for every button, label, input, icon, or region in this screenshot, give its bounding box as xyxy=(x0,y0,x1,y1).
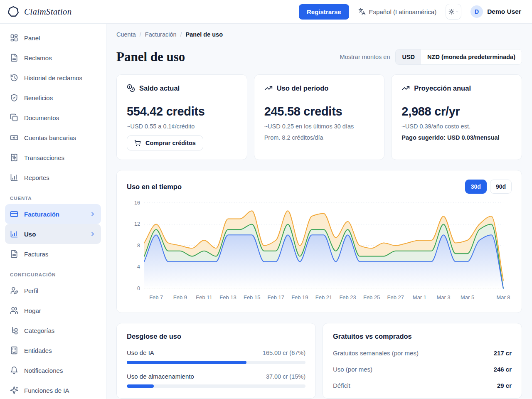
copy-icon xyxy=(10,113,18,122)
x-axis-tick-label: Feb 27 xyxy=(387,294,404,300)
sparkles-icon xyxy=(10,386,18,394)
sidebar-item-uso[interactable]: Uso xyxy=(5,224,101,244)
x-axis-tick-label: Feb 21 xyxy=(315,294,332,300)
chart-title: Uso en el tiempo xyxy=(127,183,182,191)
trending-up-icon xyxy=(264,84,273,92)
sidebar-sections: CuentaFacturaciónUsoFacturasConfiguració… xyxy=(5,196,101,399)
currency-option-usd[interactable]: USD xyxy=(396,49,421,64)
file-text-icon xyxy=(10,54,18,62)
sidebar-item-label: Notificaciones xyxy=(24,367,63,374)
stat-card-value: 245.58 credits xyxy=(264,105,374,118)
sidebar-item-label: Cuentas bancarias xyxy=(24,134,76,141)
currency-option-nzd[interactable]: NZD (moneda predeterminada) xyxy=(421,49,522,64)
usage-chart-card: Uso en el tiempo 30d90d 0481216Feb 7Feb … xyxy=(116,170,522,313)
sidebar-item-facturacion[interactable]: Facturación xyxy=(5,204,101,224)
history-icon xyxy=(10,74,18,82)
fv-row-deficit: Déficit29 cr xyxy=(333,382,512,389)
building-icon xyxy=(10,346,18,355)
breakdown-value: 165.00 cr (67%) xyxy=(263,350,305,356)
x-axis-tick-label: Feb 17 xyxy=(268,294,284,300)
breakdown-label: Uso de almacenamiento xyxy=(127,373,194,380)
stat-card-subtext: ~USD 0.55 a 0.1¢/crédito xyxy=(127,123,237,130)
x-axis-tick-label: Mar 8 xyxy=(496,294,510,300)
currency-segmented-control: USDNZD (moneda predeterminada) xyxy=(395,49,522,65)
fv-value: 217 cr xyxy=(494,350,512,357)
sidebar-item-label: Funciones de IA xyxy=(24,387,69,394)
user-name: Demo User xyxy=(487,8,521,15)
y-axis-tick-label: 4 xyxy=(137,264,140,270)
sidebar-item-facturas[interactable]: Facturas xyxy=(5,244,101,264)
banknote-icon xyxy=(10,133,18,142)
user-menu[interactable]: D Demo User xyxy=(470,5,521,18)
sidebar-item-categorias[interactable]: Categorías xyxy=(5,320,101,340)
x-axis-tick-label: Feb 25 xyxy=(363,294,380,300)
page-title: Panel de uso xyxy=(116,49,185,64)
chart-svg: 0481216Feb 7Feb 9Feb 11Feb 13Feb 15Feb 1… xyxy=(127,199,512,303)
sidebar-main-nav: PanelReclamosHistorial de reclamosBenefi… xyxy=(5,28,101,187)
stat-card-value: 2,988 cr/yr xyxy=(401,105,512,118)
sidebar-item-label: Panel xyxy=(24,34,40,42)
sidebar-item-reportes[interactable]: Reportes xyxy=(5,167,101,187)
sidebar-item-notificaciones[interactable]: Notificaciones xyxy=(5,360,101,380)
breadcrumb-item-panel-de-uso: Panel de uso xyxy=(186,31,223,38)
register-button[interactable]: Registrarse xyxy=(299,4,349,20)
sidebar-item-hogar[interactable]: Hogar xyxy=(5,300,101,320)
breakdown-value: 37.00 cr (15%) xyxy=(266,373,305,380)
sidebar-item-label: Uso xyxy=(24,231,36,238)
language-selector[interactable]: Español (Latinoamérica) xyxy=(358,8,437,15)
avatar: D xyxy=(470,5,483,18)
coins-icon xyxy=(127,84,135,92)
stat-card-title: Uso del período xyxy=(264,84,374,92)
sidebar-item-documentos[interactable]: Documentos xyxy=(5,108,101,128)
range-toggle-group: 30d90d xyxy=(465,180,512,194)
range-option-30d[interactable]: 30d xyxy=(465,180,487,194)
breakdown-row-uso-de-ia: Uso de IA165.00 cr (67%) xyxy=(127,349,305,364)
stat-card-title: Proyección anual xyxy=(401,84,512,92)
range-option-90d[interactable]: 90d xyxy=(490,180,512,194)
stat-card-proyeccion-anual: Proyección anual2,988 cr/yr~USD 0.39/año… xyxy=(391,74,522,160)
breakdown-row-uso-de-almacenamiento: Uso de almacenamiento37.00 cr (15%) xyxy=(127,373,305,388)
sidebar-item-cuentas-bancarias[interactable]: Cuentas bancarias xyxy=(5,128,101,148)
y-axis-tick-label: 16 xyxy=(134,200,140,206)
sidebar-item-label: Hogar xyxy=(24,307,41,314)
sidebar-item-funciones-de-ia[interactable]: Funciones de IA xyxy=(5,380,101,399)
chevron-right-icon xyxy=(89,231,96,237)
y-axis-tick-label: 0 xyxy=(137,286,140,291)
x-axis-tick-label: Feb 19 xyxy=(291,294,308,300)
credit-card-icon xyxy=(10,210,18,218)
theme-toggle-button[interactable] xyxy=(446,4,461,20)
fv-row-uso-por-mes: Uso (por mes)246 cr xyxy=(333,366,512,373)
sidebar-item-historial-de-reclamos[interactable]: Historial de reclamos xyxy=(5,68,101,88)
bell-icon xyxy=(10,366,18,374)
sidebar-item-perfil[interactable]: Perfil xyxy=(5,281,101,300)
comprar-creditos-button[interactable]: Comprar créditos xyxy=(127,135,203,150)
layout-dashboard-icon xyxy=(10,34,18,42)
chevron-down-icon xyxy=(456,10,458,14)
progress-bar-track xyxy=(127,361,305,364)
breadcrumb-item-cuenta[interactable]: Cuenta xyxy=(116,31,136,38)
stat-card-subtext: Prom. 8.2 créditos/día xyxy=(264,134,374,141)
sidebar-item-beneficios[interactable]: Beneficios xyxy=(5,88,101,108)
sidebar-item-panel[interactable]: Panel xyxy=(5,28,101,48)
y-axis-tick-label: 8 xyxy=(137,243,140,249)
chart-header: Uso en el tiempo 30d90d xyxy=(127,180,512,194)
user-pen-icon xyxy=(10,286,18,295)
sidebar-item-reclamos[interactable]: Reclamos xyxy=(5,48,101,68)
brand-logo[interactable]: ClaimStation xyxy=(7,5,71,18)
sidebar-item-label: Reclamos xyxy=(24,54,52,62)
sidebar-item-entidades[interactable]: Entidades xyxy=(5,340,101,360)
tree-icon xyxy=(10,326,18,335)
receipt-icon xyxy=(10,153,18,162)
sidebar-item-label: Facturas xyxy=(24,251,48,258)
sidebar-item-label: Historial de reclamos xyxy=(24,74,82,81)
sidebar-item-label: Facturación xyxy=(24,211,59,218)
breadcrumb: Cuenta/Facturación/Panel de uso xyxy=(116,31,522,38)
x-axis-tick-label: Feb 23 xyxy=(339,294,356,300)
sidebar: PanelReclamosHistorial de reclamosBenefi… xyxy=(0,24,106,399)
brand-name: ClaimStation xyxy=(24,7,71,17)
breadcrumb-separator: / xyxy=(180,31,182,38)
sidebar-item-label: Entidades xyxy=(24,347,52,354)
breadcrumb-item-facturacion[interactable]: Facturación xyxy=(145,31,177,38)
sidebar-item-label: Reportes xyxy=(24,174,49,181)
sidebar-item-transacciones[interactable]: Transacciones xyxy=(5,148,101,167)
